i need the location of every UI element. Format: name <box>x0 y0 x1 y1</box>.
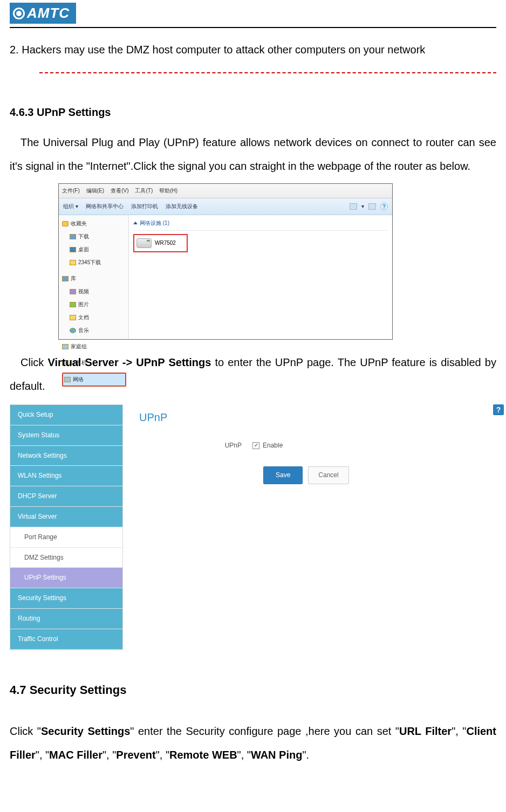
intro-paragraph: 2. Hackers may use the DMZ host computer… <box>10 38 496 61</box>
security-settings-paragraph: Click "Security Settings" enter the Secu… <box>10 719 496 767</box>
sidebar-desktop[interactable]: 桌面 <box>62 243 128 256</box>
explorer-toolbar-left: 组织 ▾ 网络和共享中心 添加打印机 添加无线设备 <box>63 201 198 212</box>
brand-header: AMTC <box>0 0 506 24</box>
explorer-toolbar: 组织 ▾ 网络和共享中心 添加打印机 添加无线设备 ▾ ? <box>59 198 392 215</box>
upnp-enable-checkbox[interactable]: ✓ <box>252 442 259 449</box>
toolbar-add-wireless[interactable]: 添加无线设备 <box>166 201 198 212</box>
music-icon <box>70 328 76 333</box>
explorer-main: 网络设施 (1) WR7502 <box>129 215 392 339</box>
sidebar-videos[interactable]: 视频 <box>62 285 128 298</box>
sidebar-item-wlan-settings[interactable]: WLAN Settings <box>10 466 122 486</box>
sidebar-favorites[interactable]: 收藏夹 <box>62 217 128 230</box>
folder-icon <box>70 234 76 239</box>
sidebar-network[interactable]: 网络 <box>62 373 126 387</box>
network-icon <box>64 377 71 382</box>
menu-file[interactable]: 文件(F) <box>62 185 80 197</box>
library-icon <box>62 276 69 281</box>
help-icon[interactable]: ? <box>380 203 388 210</box>
video-icon <box>70 289 76 294</box>
brand-logo: AMTC <box>10 3 76 24</box>
page-title: UPnP <box>139 410 488 425</box>
upnp-intro-paragraph: The Universal Plug and Play (UPnP) featu… <box>10 130 496 178</box>
sidebar-item-virtual-server[interactable]: Virtual Server <box>10 507 122 527</box>
sidebar-item-routing[interactable]: Routing <box>10 609 122 629</box>
button-row: Save Cancel <box>263 466 488 484</box>
sidebar-item-system-status[interactable]: System Status <box>10 425 122 446</box>
picture-icon <box>70 302 76 307</box>
menu-tools[interactable]: 工具(T) <box>135 185 153 197</box>
cancel-button[interactable]: Cancel <box>308 466 348 484</box>
sidebar-sub-dmz-settings[interactable]: DMZ Settings <box>10 548 122 568</box>
explorer-sidebar: 收藏夹 下载 桌面 2345下载 库 视频 图片 文档 音乐 家庭组 计算机 <box>59 215 129 339</box>
sidebar-2345[interactable]: 2345下载 <box>62 256 128 269</box>
menu-edit[interactable]: 编辑(E) <box>86 185 104 197</box>
collapse-arrow-icon[interactable] <box>133 222 138 224</box>
document-body: 2. Hackers may use the DMZ host computer… <box>0 28 506 790</box>
desktop-icon <box>70 247 76 252</box>
upnp-label: UPnP <box>139 441 252 450</box>
sidebar-documents[interactable]: 文档 <box>62 311 128 324</box>
sidebar-item-security-settings[interactable]: Security Settings <box>10 588 122 609</box>
toolbar-add-printer[interactable]: 添加打印机 <box>131 201 158 212</box>
toolbar-network-center[interactable]: 网络和共享中心 <box>86 201 124 212</box>
windows-explorer-screenshot: 文件(F) 编辑(E) 查看(V) 工具(T) 帮助(H) 组织 ▾ 网络和共享… <box>58 183 393 340</box>
star-icon <box>62 221 69 226</box>
brand-logo-icon <box>13 8 25 19</box>
sidebar-music[interactable]: 音乐 <box>62 324 128 337</box>
network-device-item[interactable]: WR7502 <box>133 234 188 252</box>
menu-view[interactable]: 查看(V) <box>111 185 128 197</box>
explorer-menubar: 文件(F) 编辑(E) 查看(V) 工具(T) 帮助(H) <box>59 184 392 198</box>
view-dropdown-icon[interactable]: ▾ <box>361 201 364 212</box>
folder-icon <box>70 260 76 265</box>
device-label: WR7502 <box>155 237 176 249</box>
sidebar-sub-port-range[interactable]: Port Range <box>10 527 122 548</box>
sidebar-sub-upnp-settings[interactable]: UPnP Settings <box>10 568 122 588</box>
help-button[interactable]: ? <box>493 404 504 415</box>
brand-logo-text: AMTC <box>27 5 70 22</box>
sidebar-item-traffic-control[interactable]: Traffic Control <box>10 629 122 650</box>
menu-help[interactable]: 帮助(H) <box>159 185 177 197</box>
upnp-enable-row: UPnP ✓ Enable <box>139 441 488 450</box>
dashed-divider <box>39 72 496 73</box>
router-sidebar: Quick Setup System Status Network Settin… <box>10 404 123 650</box>
upnp-enable-label: Enable <box>263 441 283 450</box>
explorer-toolbar-right: ▾ ? <box>350 201 388 212</box>
save-button[interactable]: Save <box>263 466 303 484</box>
sidebar-downloads[interactable]: 下载 <box>62 230 128 243</box>
network-devices-header: 网络设施 (1) <box>133 217 388 231</box>
sidebar-item-quick-setup[interactable]: Quick Setup <box>10 405 122 425</box>
sidebar-item-network-settings[interactable]: Network Settings <box>10 446 122 466</box>
view-button-icon[interactable] <box>350 203 357 210</box>
sidebar-pictures[interactable]: 图片 <box>62 298 128 311</box>
heading-4-6-3: 4.6.3 UPnP Settings <box>10 100 496 124</box>
preview-pane-icon[interactable] <box>368 203 376 210</box>
router-upnp-screenshot: Quick Setup System Status Network Settin… <box>10 404 504 650</box>
explorer-body: 收藏夹 下载 桌面 2345下载 库 视频 图片 文档 音乐 家庭组 计算机 <box>59 215 392 339</box>
sidebar-item-dhcp-server[interactable]: DHCP Server <box>10 486 122 507</box>
toolbar-organize[interactable]: 组织 ▾ <box>63 201 78 212</box>
homegroup-icon <box>62 344 69 349</box>
upnp-checkbox-wrap: ✓ Enable <box>252 441 283 450</box>
sidebar-libraries[interactable]: 库 <box>62 272 128 285</box>
router-device-icon <box>136 238 152 248</box>
document-icon <box>70 315 76 320</box>
heading-4-7: 4.7 Security Settings <box>10 677 496 703</box>
router-main-panel: ? UPnP UPnP ✓ Enable Save Cancel <box>123 404 504 650</box>
